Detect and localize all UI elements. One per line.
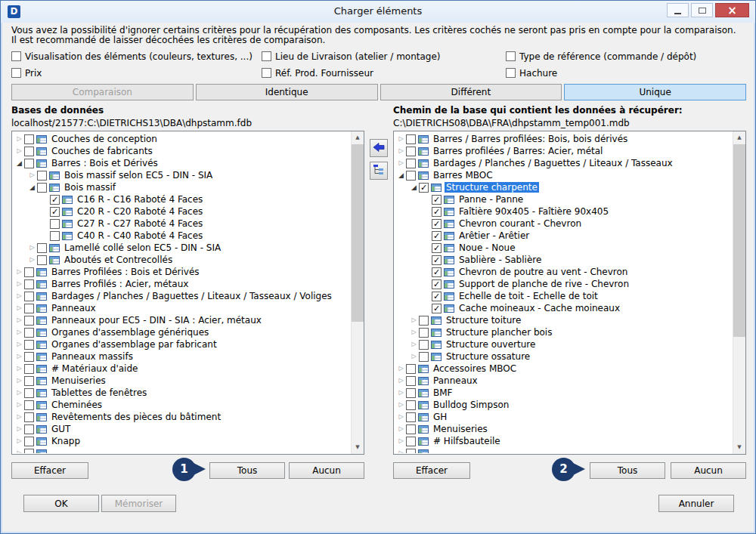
criterion-hachure[interactable]: Hachure — [506, 67, 557, 79]
tree-item[interactable]: ▷Couches de conception — [13, 133, 350, 145]
tree-item-checkbox[interactable]: ✓ — [432, 292, 442, 301]
tree-item-checkbox[interactable] — [24, 449, 34, 454]
tree-item-checkbox[interactable]: ✓ — [419, 183, 429, 193]
tree-item[interactable]: ▷Structure plancher bois — [395, 326, 732, 338]
tree-item-checkbox[interactable] — [406, 424, 416, 434]
expand-arrow-icon[interactable]: ▷ — [396, 145, 406, 157]
tree-item-checkbox[interactable] — [406, 388, 416, 398]
checkbox[interactable] — [506, 51, 516, 61]
tree-item-checkbox[interactable] — [50, 219, 60, 229]
tree-item-checkbox[interactable] — [406, 364, 416, 374]
tree-item-checkbox[interactable] — [37, 255, 47, 265]
tree-item-checkbox[interactable] — [24, 304, 34, 313]
close-button[interactable]: × — [715, 3, 749, 17]
tree-item[interactable]: ◢Bois massif — [13, 181, 350, 193]
expand-arrow-icon[interactable]: ▷ — [396, 133, 406, 145]
tree-item[interactable]: ✓Faîtière 90x405 - Faîtière 90x405 — [395, 205, 732, 218]
tree-item-checkbox[interactable] — [24, 147, 34, 156]
expand-arrow-icon[interactable]: ▷ — [14, 266, 24, 278]
tree-item[interactable]: ▷Bulldog Simpson — [395, 399, 732, 411]
expand-arrow-icon[interactable]: ▷ — [396, 447, 406, 453]
select-none-right-button[interactable]: Aucun — [671, 462, 746, 479]
tree-item[interactable]: ▷GH — [395, 411, 732, 423]
tree-item-checkbox[interactable]: ✓ — [432, 267, 442, 277]
tree-item-checkbox[interactable] — [24, 279, 34, 289]
tree-item[interactable]: ◢Barres : Bois et Dérivés — [13, 157, 350, 169]
tree-item[interactable]: ▷Couches de fabricants — [13, 145, 350, 157]
right-tree-scrollbar[interactable]: ▲ ▼ — [733, 131, 745, 454]
tree-item[interactable]: ▷# Hilfsbauteile — [395, 435, 732, 447]
titlebar[interactable]: D Charger éléments × — [1, 1, 755, 23]
tree-item[interactable]: ✓Chevron de poutre au vent - Chevron — [395, 266, 732, 278]
tree-item[interactable]: ▷ — [395, 447, 732, 453]
transfer-structure-button[interactable] — [370, 162, 388, 180]
select-all-left-button[interactable]: Tous — [209, 462, 285, 479]
tree-item[interactable]: ✓Noue - Noue — [395, 242, 732, 254]
expand-arrow-icon[interactable]: ▷ — [396, 435, 406, 447]
minimize-button[interactable] — [667, 3, 689, 17]
tree-item[interactable]: ▷BMF — [395, 387, 732, 399]
tree-item[interactable]: ▷Menuiseries — [13, 375, 350, 387]
criterion-visualisation-des-elements[interactable]: Visualisation des éléments (couleurs, te… — [11, 51, 253, 62]
scrollbar-thumb[interactable] — [352, 144, 364, 322]
tree-item[interactable]: ✓Arêtier - Arêtier — [395, 230, 732, 242]
expand-arrow-icon[interactable]: ▷ — [14, 387, 24, 399]
tree-item-checkbox[interactable]: ✓ — [432, 279, 442, 289]
tab-unique[interactable]: Unique — [564, 84, 746, 100]
tree-item-checkbox[interactable] — [24, 400, 34, 410]
expand-arrow-icon[interactable]: ▷ — [409, 326, 419, 338]
tree-item-checkbox[interactable] — [419, 352, 429, 362]
tree-item[interactable]: ▷Structure ouverture — [395, 338, 732, 350]
tree-item[interactable]: ✓Panne - Panne — [395, 193, 732, 205]
checkbox[interactable] — [11, 68, 21, 78]
expand-arrow-icon[interactable]: ▷ — [14, 447, 24, 453]
criterion-type-de-reference[interactable]: Type de référence (commande / dépôt) — [506, 51, 696, 62]
tree-item-checkbox[interactable]: ✓ — [432, 304, 442, 313]
tree-item[interactable]: ▷Menuiseries — [395, 423, 732, 435]
scroll-up-icon[interactable]: ▲ — [733, 131, 745, 144]
tree-item-checkbox[interactable] — [24, 328, 34, 338]
scroll-down-icon[interactable]: ▼ — [352, 441, 364, 454]
tree-item[interactable]: ▷Barres / Barres profilées: Bois, bois d… — [395, 133, 732, 145]
tree-item[interactable]: ▷Barres Profilés : Acier, métaux — [13, 278, 350, 290]
clear-right-button[interactable]: Effacer — [393, 462, 470, 479]
expand-arrow-icon[interactable]: ▷ — [14, 133, 24, 145]
cancel-button[interactable]: Annuler — [658, 495, 734, 512]
expand-arrow-icon[interactable]: ▷ — [396, 157, 406, 169]
maximize-button[interactable] — [691, 3, 713, 17]
tree-item[interactable]: ✓Support de planche de rive - Chevron — [395, 278, 732, 290]
expand-arrow-icon[interactable]: ▷ — [14, 278, 24, 290]
tree-item-checkbox[interactable] — [24, 352, 34, 362]
tree-item[interactable]: ▷Revêtements des pièces du bâtiment — [13, 411, 350, 423]
tree-item-checkbox[interactable] — [24, 388, 34, 398]
expand-arrow-icon[interactable]: ▷ — [27, 242, 37, 254]
tree-item[interactable]: ◢Barres MBOC — [395, 169, 732, 181]
tree-item-checkbox[interactable] — [24, 134, 34, 144]
tree-item[interactable]: ▷Aboutés et Contrecollés — [13, 254, 350, 266]
scroll-up-icon[interactable]: ▲ — [352, 131, 364, 144]
tree-item-checkbox[interactable] — [406, 147, 416, 156]
tree-item[interactable]: ✓C20 R - C20 Raboté 4 Faces — [13, 205, 350, 218]
tree-item[interactable]: ▷Bois massif selon EC5 - DIN - SIA — [13, 169, 350, 181]
expand-arrow-icon[interactable]: ▷ — [14, 375, 24, 387]
tree-item[interactable]: C27 R - C27 Raboté 4 Faces — [13, 218, 350, 230]
tree-item[interactable]: ✓Cache moineaux - Cache moineaux — [395, 302, 732, 314]
ok-button[interactable]: OK — [23, 495, 99, 512]
tree-item-checkbox[interactable] — [406, 412, 416, 422]
expand-arrow-icon[interactable]: ▷ — [396, 423, 406, 435]
checkbox[interactable] — [506, 68, 516, 78]
memoriser-button[interactable]: Mémoriser — [101, 495, 176, 512]
tree-item[interactable]: ✓Echelle de toit - Echelle de toit — [395, 290, 732, 302]
tree-item-checkbox[interactable]: ✓ — [432, 219, 442, 229]
expand-arrow-icon[interactable]: ▷ — [14, 302, 24, 314]
tree-item-checkbox[interactable] — [24, 340, 34, 350]
tab-identique[interactable]: Identique — [196, 84, 378, 100]
expand-arrow-icon[interactable]: ▷ — [27, 169, 37, 181]
tree-item-checkbox[interactable]: ✓ — [432, 207, 442, 217]
tree-item-checkbox[interactable] — [24, 376, 34, 386]
collapse-arrow-icon[interactable]: ◢ — [396, 169, 406, 181]
expand-arrow-icon[interactable]: ▷ — [14, 314, 24, 326]
tree-item-checkbox[interactable] — [419, 340, 429, 350]
expand-arrow-icon[interactable]: ▷ — [409, 338, 419, 350]
checkbox[interactable] — [11, 51, 21, 61]
